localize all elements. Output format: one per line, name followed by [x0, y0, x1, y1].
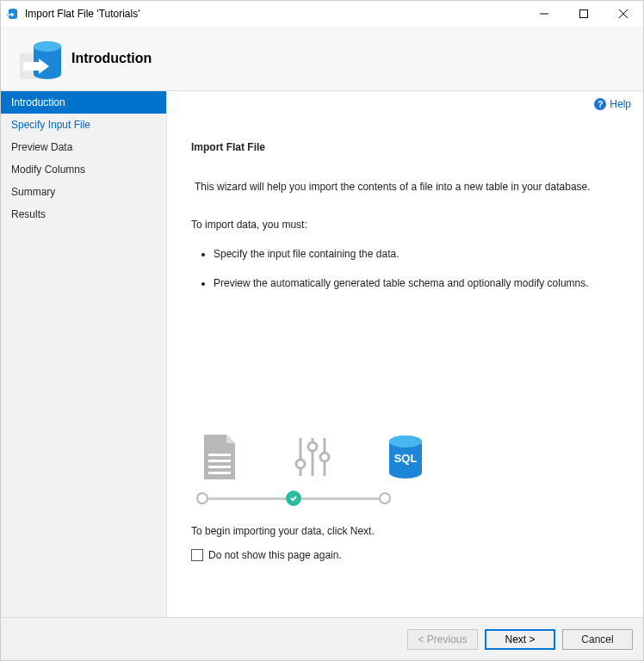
close-button[interactable]	[604, 1, 643, 27]
help-label: Help	[610, 98, 631, 110]
begin-text: To begin importing your data, click Next…	[191, 525, 619, 537]
progress-line	[208, 497, 286, 500]
checkbox-label: Do not show this page again.	[208, 549, 342, 561]
maximize-button[interactable]	[564, 1, 604, 27]
svg-rect-19	[208, 472, 231, 474]
svg-rect-18	[208, 466, 231, 468]
checkbox-box[interactable]	[191, 549, 203, 561]
footer: < Previous Next > Cancel	[1, 617, 643, 660]
svg-text:SQL: SQL	[394, 452, 418, 465]
svg-point-28	[389, 466, 422, 479]
app-icon	[6, 7, 20, 21]
requirement-item: Preview the automatically generated tabl…	[214, 277, 619, 289]
progress-line	[301, 497, 379, 500]
section-title: Import Flat File	[191, 141, 619, 153]
requirement-item: Specify the input file containing the da…	[214, 248, 619, 260]
window-root: Import Flat File 'Tutorials'	[0, 0, 644, 661]
cancel-button[interactable]: Cancel	[562, 629, 633, 650]
sidebar-step-introduction[interactable]: Introduction	[1, 91, 166, 114]
sidebar-step-preview-data[interactable]: Preview Data	[1, 136, 166, 158]
sidebar-step-specify-input-file[interactable]: Specify Input File	[1, 114, 166, 136]
svg-point-24	[308, 442, 317, 451]
svg-point-29	[389, 436, 422, 448]
titlebar-left: Import Flat File 'Tutorials'	[6, 7, 140, 21]
previous-button: < Previous	[407, 629, 478, 650]
progress-dot	[196, 492, 208, 504]
sidebar-step-results[interactable]: Results	[1, 203, 166, 225]
sidebar: Introduction Specify Input File Preview …	[1, 91, 167, 617]
progress-dot	[379, 492, 391, 504]
svg-line-5	[619, 9, 628, 18]
body: Introduction Specify Input File Preview …	[1, 91, 643, 617]
svg-rect-17	[208, 460, 231, 462]
page-header: Introduction	[1, 27, 643, 91]
sliders-icon	[291, 436, 334, 479]
window-controls	[524, 1, 643, 27]
svg-rect-12	[23, 62, 39, 71]
window-title: Import Flat File 'Tutorials'	[25, 8, 140, 20]
next-button[interactable]: Next >	[485, 629, 555, 650]
requirements-list: Specify the input file containing the da…	[214, 248, 619, 306]
sql-database-icon: SQL	[384, 436, 427, 479]
svg-rect-16	[208, 454, 231, 456]
page-title: Introduction	[71, 51, 152, 66]
minimize-button[interactable]	[524, 1, 564, 27]
svg-line-6	[619, 9, 628, 18]
svg-point-11	[34, 41, 61, 52]
sidebar-step-summary[interactable]: Summary	[1, 181, 166, 203]
must-heading: To import data, you must:	[191, 219, 619, 231]
progress-dot-check	[286, 491, 301, 506]
dont-show-again-checkbox[interactable]: Do not show this page again.	[191, 549, 619, 561]
svg-point-23	[296, 460, 305, 468]
help-icon: ?	[594, 98, 606, 110]
document-icon	[198, 436, 241, 479]
progress-track	[191, 491, 619, 506]
illustration-row: SQL	[191, 436, 619, 479]
svg-marker-15	[226, 435, 235, 443]
header-icon	[18, 38, 59, 79]
intro-paragraph: This wizard will help you import the con…	[191, 179, 619, 195]
content-area: ? Help Import Flat File This wizard will…	[167, 91, 643, 617]
sidebar-step-modify-columns[interactable]: Modify Columns	[1, 158, 166, 181]
titlebar: Import Flat File 'Tutorials'	[1, 1, 643, 27]
svg-point-25	[320, 453, 329, 461]
svg-rect-4	[580, 10, 588, 18]
help-link[interactable]: ? Help	[594, 98, 631, 110]
